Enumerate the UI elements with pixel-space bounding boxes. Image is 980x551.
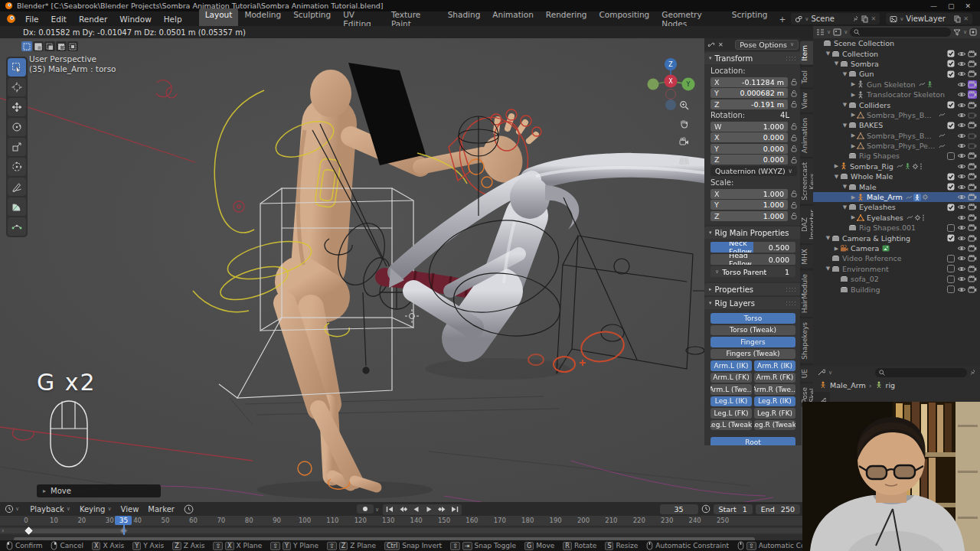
rig-layer-button-arm-r-fk-[interactable]: Arm.R (FK) — [754, 373, 795, 383]
autokey-clock-icon[interactable] — [184, 504, 194, 514]
close-icon[interactable]: ✕ — [871, 15, 876, 22]
rig-layer-button-fingers[interactable]: Fingers — [710, 337, 795, 347]
sidebar-tab-daz-importer[interactable]: DAZ Importer — [800, 206, 813, 243]
hide-eye-toggle[interactable] — [956, 234, 967, 242]
select-circle[interactable] — [44, 41, 55, 51]
camera-render-toggle[interactable] — [967, 101, 978, 109]
outliner-row-bakes[interactable]: ▼BAKES — [813, 120, 980, 130]
checkbox-toggle[interactable] — [946, 183, 956, 191]
disclosure-caret-icon[interactable]: ▼ — [825, 235, 831, 241]
checkbox-toggle[interactable] — [946, 60, 956, 67]
outliner-row-environment[interactable]: ▼Environment — [813, 264, 980, 274]
sidebar-tab-view[interactable]: View — [800, 89, 813, 112]
disclosure-caret-icon[interactable]: ▼ — [841, 71, 848, 77]
timeline-menu-playback[interactable]: Playback∨ — [25, 504, 75, 514]
chevron-down-icon[interactable]: ∨ — [828, 370, 832, 376]
outliner-search-input[interactable] — [850, 28, 951, 37]
outliner-row-sombra-phys-balls[interactable]: ▶Sombra_Phys_Balls — [813, 131, 980, 141]
checkbox-toggle[interactable] — [946, 152, 956, 160]
hide-eye-toggle[interactable] — [956, 80, 967, 89]
outliner-row-male[interactable]: ▼Male — [813, 181, 980, 191]
preview-range-clock-icon[interactable] — [701, 504, 710, 514]
rig-layer-button-leg-l-fk-[interactable]: Leg.L (FK) — [710, 408, 752, 419]
hide-eye-toggle[interactable] — [956, 245, 967, 252]
breadcrumb-data[interactable]: rig — [886, 381, 896, 390]
outliner-row-sombra-phys-balls[interactable]: ▶Sombra_Phys_Balls — [813, 110, 980, 120]
camera-render-toggle[interactable] — [967, 276, 978, 283]
outliner-row-rig-shapes-001[interactable]: Rig Shapes.001 — [813, 223, 980, 233]
rotate-tool[interactable] — [8, 118, 26, 136]
breadcrumb-object[interactable]: Male_Arm — [830, 381, 866, 390]
checkbox-toggle[interactable] — [946, 285, 956, 293]
blender-menu-icon[interactable] — [6, 14, 16, 24]
editor-type-icon[interactable] — [817, 368, 825, 377]
outliner-row-video-reference[interactable]: Video Reference — [813, 253, 980, 263]
camera-render-toggle[interactable] — [967, 50, 978, 57]
hide-eye-toggle[interactable] — [956, 276, 967, 283]
hide-eye-toggle[interactable] — [956, 285, 967, 293]
curve-tool[interactable] — [8, 217, 26, 236]
outliner-row-translocator-skeleton[interactable]: ▶Translocator Skeleton — [813, 90, 980, 99]
hide-eye-toggle[interactable] — [956, 142, 967, 149]
rotation-field-x[interactable]: X0.000 — [710, 132, 788, 142]
outliner-row-eyelashes[interactable]: ▶Eyelashes — [813, 213, 980, 223]
head-follow-slider[interactable]: Head Follow 0.000 — [710, 254, 795, 265]
outliner-row-sombra-rig[interactable]: ▶Sombra_Rig — [813, 161, 980, 171]
maximize-button[interactable]: ▢ — [948, 2, 955, 10]
display-mode-icon[interactable] — [816, 28, 825, 36]
hide-eye-toggle[interactable] — [956, 265, 967, 272]
camera-view-icon[interactable] — [677, 135, 691, 148]
disclosure-caret-icon[interactable]: ▼ — [825, 51, 831, 57]
frame-end-field[interactable]: End 250 — [756, 504, 800, 514]
rig-layer-button-arm-r-twe-[interactable]: Arm.R (Twe... — [754, 384, 795, 395]
rotation-field-z[interactable]: Z0.000 — [710, 155, 788, 165]
menu-edit[interactable]: Edit — [45, 13, 73, 25]
timeline-expand-chevron[interactable]: › — [2, 527, 5, 534]
checkbox-toggle[interactable] — [946, 70, 956, 78]
close-icon[interactable]: ✕ — [963, 15, 969, 22]
operator-panel[interactable]: ▸ Move — [37, 484, 161, 497]
menu-render[interactable]: Render — [73, 13, 113, 25]
transform-panel-header[interactable]: ▾ Transform :::: — [704, 52, 802, 64]
rig-main-panel-header[interactable]: ▾ Rig Main Properties — [704, 227, 802, 239]
camera-render-toggle[interactable] — [967, 234, 978, 242]
properties-panel-header[interactable]: ▸ Properties :::: — [704, 283, 802, 295]
camera-render-toggle[interactable] — [967, 122, 978, 129]
camera-render-toggle[interactable] — [967, 173, 978, 181]
select-intersect[interactable] — [67, 41, 78, 51]
camera-render-toggle[interactable] — [967, 60, 978, 67]
outliner-row-male-arm[interactable]: ▶Male_Arm — [813, 192, 980, 202]
play-button[interactable] — [423, 505, 435, 514]
clear-icon[interactable]: ✕ — [718, 41, 724, 48]
sidebar-tab-mhx[interactable]: MHX — [800, 245, 813, 269]
camera-render-toggle[interactable] — [967, 132, 978, 139]
scene-selector[interactable]: ∨ Scene ✕ — [791, 13, 880, 24]
frame-start-field[interactable]: Start 1 — [714, 504, 753, 514]
torso-parent-dropdown[interactable]: ∨ Torso Parent 1 — [710, 266, 795, 277]
hide-eye-toggle[interactable] — [956, 101, 967, 109]
outliner-row-camera[interactable]: ▶Camera — [813, 243, 980, 253]
rig-layer-button-leg-l-ik-[interactable]: Leg.L (IK) — [710, 396, 752, 407]
viewlayer-selector[interactable]: ∨ ViewLayer ✕ — [886, 13, 972, 24]
pose-options-dropdown[interactable]: Pose Options ∨ — [735, 40, 799, 50]
checkbox-toggle[interactable] — [946, 122, 956, 129]
camera-render-toggle[interactable] — [967, 112, 978, 119]
copy-icon[interactable] — [861, 15, 868, 23]
close-button[interactable]: ✕ — [965, 2, 971, 10]
disclosure-caret-icon[interactable]: ▼ — [841, 184, 848, 190]
move-tool[interactable] — [8, 98, 26, 116]
auto-keying-record-button[interactable] — [357, 504, 374, 514]
jump-end-button[interactable] — [449, 505, 461, 514]
play-reverse-button[interactable] — [410, 505, 422, 514]
outliner-row-colliders[interactable]: ▼Colliders — [813, 99, 980, 109]
menu-window[interactable]: Window — [113, 13, 157, 25]
disclosure-caret-icon[interactable]: ▼ — [841, 102, 848, 108]
disclosure-caret-icon[interactable]: ▶ — [850, 194, 857, 201]
rig-layer-button-leg-l-tweak-[interactable]: Leg.L (Tweak) — [710, 420, 752, 431]
outliner-row-sofa-02[interactable]: sofa_02 — [813, 274, 980, 284]
playhead-frame-badge[interactable]: 35 — [115, 516, 132, 525]
outliner-row-gun-skeleton[interactable]: ▶Gun Skeleton — [813, 80, 980, 90]
rig-layer-button-arm-r-ik-[interactable]: Arm.R (IK) — [754, 360, 795, 371]
chevron-down-icon[interactable]: ∨ — [844, 29, 848, 35]
checkbox-toggle[interactable] — [946, 276, 956, 283]
